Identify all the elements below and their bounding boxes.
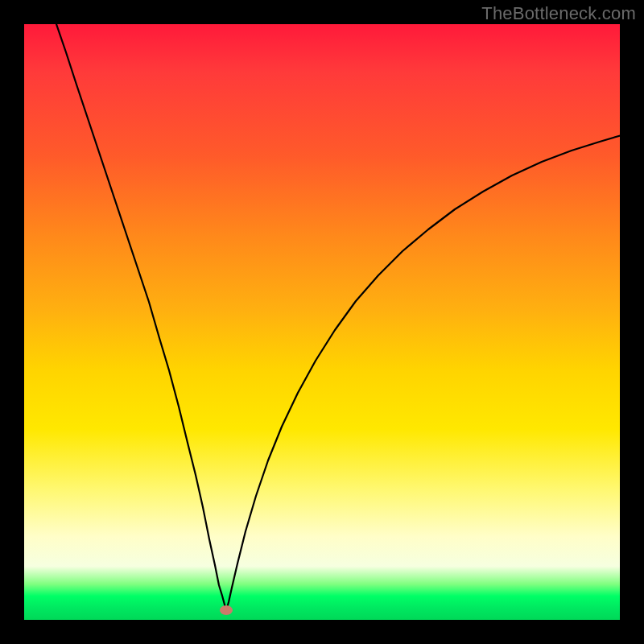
bottleneck-curve [56,24,620,609]
chart-frame: TheBottleneck.com [0,0,644,644]
curve-svg [24,24,620,620]
minimum-marker [220,605,233,615]
plot-area [24,24,620,620]
watermark-text: TheBottleneck.com [481,3,636,24]
